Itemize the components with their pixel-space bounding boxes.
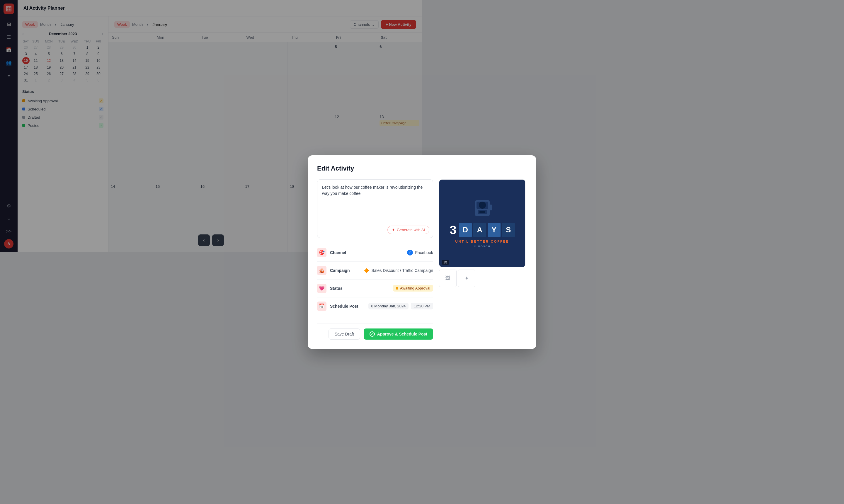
sparkle-icon: ✦ — [392, 228, 395, 232]
post-text-section: Let's look at how our coffee maker is re… — [317, 179, 422, 238]
modal-left: Let's look at how our coffee maker is re… — [317, 179, 422, 252]
modal-body: Let's look at how our coffee maker is re… — [317, 179, 422, 252]
channel-field: 🎯 Channel f Facebook — [317, 244, 422, 252]
generate-ai-label: Generate with AI — [397, 228, 422, 232]
fields-section: 🎯 Channel f Facebook 🎪 Campaign 🔶 — [317, 244, 422, 252]
edit-activity-modal: Edit Activity Let's look at how our coff… — [308, 155, 422, 252]
facebook-icon: f — [407, 250, 413, 252]
modal-overlay[interactable]: Edit Activity Let's look at how our coff… — [0, 0, 422, 252]
post-text: Let's look at how our coffee maker is re… — [322, 184, 422, 197]
channel-icon: 🎯 — [317, 248, 326, 252]
generate-ai-button[interactable]: ✦ Generate with AI — [388, 226, 422, 234]
channel-name: Facebook — [415, 250, 422, 252]
channel-value[interactable]: f Facebook — [407, 250, 422, 252]
channel-label: Channel — [330, 250, 407, 252]
modal-title: Edit Activity — [317, 165, 422, 172]
